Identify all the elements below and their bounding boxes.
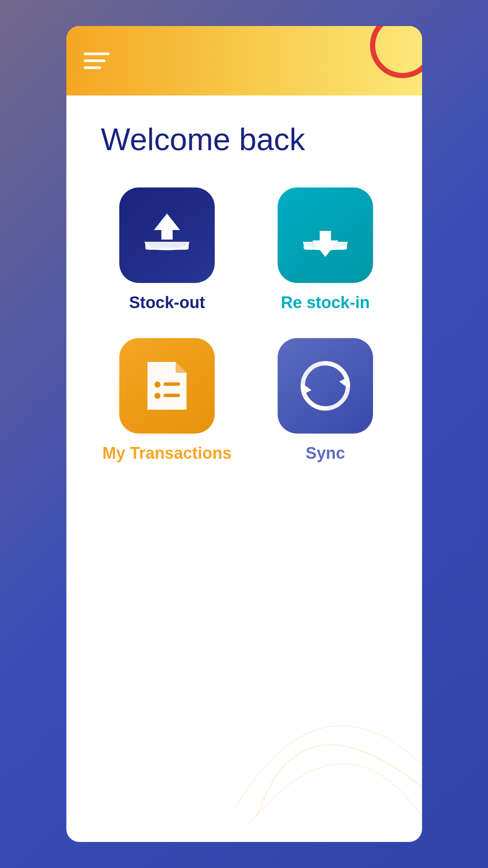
- sync-icon: [297, 358, 354, 414]
- svg-point-6: [154, 381, 160, 388]
- my-transactions-item[interactable]: My Transactions: [101, 338, 233, 463]
- header: [66, 26, 422, 95]
- re-stock-in-item[interactable]: Re stock-in: [259, 187, 392, 312]
- svg-marker-11: [339, 377, 348, 388]
- stock-out-icon: [139, 209, 195, 261]
- my-transactions-icon: [141, 358, 193, 414]
- stock-out-label: Stock-out: [129, 293, 205, 312]
- re-stock-in-icon-box: [278, 187, 373, 283]
- re-stock-in-icon: [297, 209, 354, 261]
- stock-out-item[interactable]: Stock-out: [101, 187, 233, 312]
- welcome-heading: Welcome back: [101, 122, 392, 157]
- circle-decoration: [370, 26, 422, 78]
- sync-icon-box: [278, 338, 373, 434]
- menu-grid: Stock-out Re stock-in: [101, 187, 392, 463]
- svg-rect-7: [164, 382, 180, 386]
- re-stock-in-label: Re stock-in: [281, 293, 370, 312]
- sync-item[interactable]: Sync: [259, 338, 392, 463]
- main-content: Welcome back Stock-out: [66, 95, 422, 842]
- hamburger-menu-button[interactable]: [84, 53, 110, 69]
- app-card: Welcome back Stock-out: [66, 26, 422, 842]
- my-transactions-icon-box: [119, 338, 215, 434]
- my-transactions-label: My Transactions: [102, 444, 232, 463]
- svg-point-8: [154, 393, 160, 399]
- stock-out-icon-box: [119, 187, 215, 283]
- sync-label: Sync: [306, 444, 345, 463]
- arc-decoration: [214, 642, 422, 816]
- svg-marker-12: [303, 384, 311, 395]
- svg-rect-9: [164, 394, 180, 397]
- svg-marker-5: [312, 231, 338, 257]
- svg-marker-2: [154, 214, 180, 240]
